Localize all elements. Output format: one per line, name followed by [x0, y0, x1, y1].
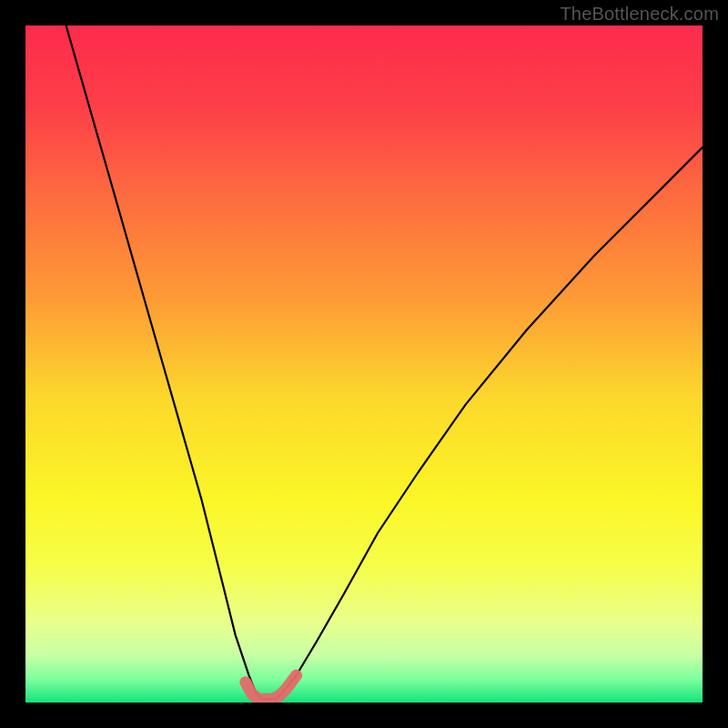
plot-area: [25, 25, 703, 703]
outer-frame: TheBottleneck.com: [0, 0, 728, 728]
optimal-band-overlay: [246, 675, 297, 699]
curve-layer: [25, 25, 703, 703]
bottleneck-curve: [66, 25, 703, 699]
watermark-text: TheBottleneck.com: [560, 4, 719, 25]
